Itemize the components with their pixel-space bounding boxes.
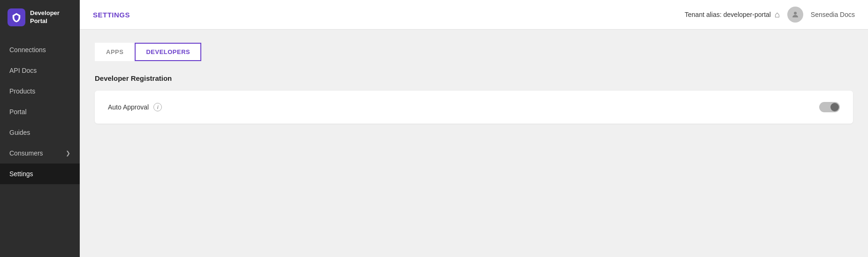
section-title: Developer Registration — [95, 74, 853, 82]
logo-text: Developer Portal — [30, 9, 60, 25]
auto-approval-toggle[interactable] — [819, 102, 840, 112]
content-area: APPS DEVELOPERS Developer Registration A… — [80, 30, 868, 257]
avatar[interactable] — [787, 7, 803, 23]
sidebar-logo[interactable]: Developer Portal — [0, 0, 80, 35]
sidebar-item-connections[interactable]: Connections — [0, 39, 80, 60]
sensedia-docs-link[interactable]: Sensedia Docs — [811, 11, 855, 18]
svg-point-0 — [794, 12, 797, 15]
sidebar-navigation: Connections API Docs Products Portal Gui… — [0, 35, 80, 184]
card-left: Auto Approval i — [108, 103, 162, 111]
sidebar: Developer Portal Connections API Docs Pr… — [0, 0, 80, 257]
tenant-info: Tenant alias: developer-portal ⌂ — [685, 10, 780, 20]
tenant-label: Tenant alias: developer-portal — [685, 11, 771, 18]
sidebar-item-guides[interactable]: Guides — [0, 122, 80, 143]
auto-approval-label: Auto Approval — [108, 103, 149, 111]
page-title: SETTINGS — [93, 11, 130, 19]
sidebar-item-portal[interactable]: Portal — [0, 101, 80, 122]
sidebar-item-settings-label: Settings — [9, 170, 33, 178]
auto-approval-card: Auto Approval i — [95, 91, 853, 124]
header-right: Tenant alias: developer-portal ⌂ Sensedi… — [685, 7, 855, 23]
tabs-container: APPS DEVELOPERS — [95, 43, 853, 61]
info-icon[interactable]: i — [153, 103, 162, 111]
sidebar-item-products[interactable]: Products — [0, 81, 80, 101]
tab-developers[interactable]: DEVELOPERS — [135, 43, 201, 61]
sidebar-item-connections-label: Connections — [9, 46, 46, 54]
logo-icon — [8, 8, 25, 26]
sidebar-item-guides-label: Guides — [9, 129, 30, 136]
tab-apps[interactable]: APPS — [95, 43, 135, 61]
sidebar-item-consumers[interactable]: Consumers ❯ — [0, 143, 80, 164]
sidebar-item-portal-label: Portal — [9, 108, 27, 116]
main-content: SETTINGS Tenant alias: developer-portal … — [80, 0, 868, 257]
sidebar-item-consumers-label: Consumers — [9, 149, 43, 157]
sidebar-item-products-label: Products — [9, 87, 35, 95]
header: SETTINGS Tenant alias: developer-portal … — [80, 0, 868, 30]
sidebar-item-settings[interactable]: Settings — [0, 164, 80, 184]
chevron-down-icon: ❯ — [66, 150, 70, 156]
home-icon[interactable]: ⌂ — [775, 10, 780, 20]
sidebar-item-api-docs[interactable]: API Docs — [0, 60, 80, 81]
sidebar-item-api-docs-label: API Docs — [9, 67, 37, 74]
